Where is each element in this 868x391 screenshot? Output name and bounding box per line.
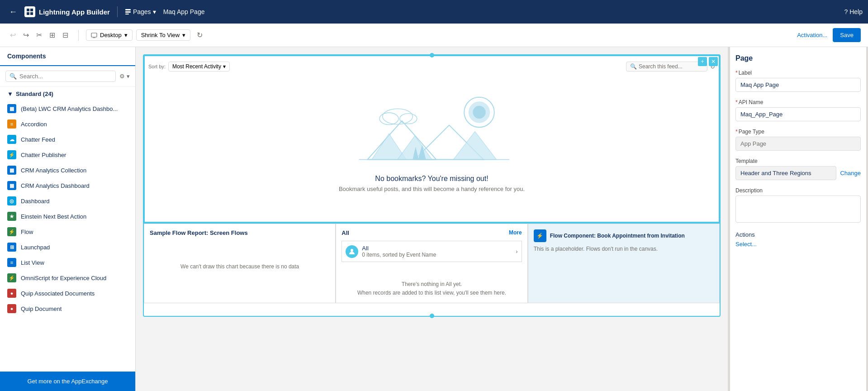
- panel2-more[interactable]: More: [509, 229, 522, 236]
- search-feed[interactable]: 🔍 Search this feed...: [626, 62, 707, 72]
- actions-field-group: Actions Select...: [735, 231, 861, 248]
- comp-icon-quip-assoc: ●: [7, 289, 16, 298]
- page-name: Maq App Page: [163, 8, 205, 15]
- panel1-title: Sample Flow Report: Screen Flows: [150, 229, 330, 236]
- comp-icon-omni: ⚡: [7, 273, 16, 282]
- list-text: All 0 items, sorted by Event Name: [362, 245, 436, 258]
- settings-button[interactable]: ⚙ ▾: [119, 73, 130, 80]
- search-input-wrap[interactable]: 🔍: [5, 71, 116, 82]
- component-item-quip-assoc[interactable]: ● Quip Associated Documents: [0, 286, 135, 301]
- chart-empty: We can't draw this chart because there i…: [150, 263, 330, 270]
- component-item[interactable]: ≡ List View: [0, 255, 135, 270]
- description-label: Description: [735, 187, 861, 194]
- save-button[interactable]: Save: [833, 28, 861, 42]
- undo-button[interactable]: ↩: [7, 28, 19, 42]
- component-item[interactable]: ▦ CRM Analytics Dashboard: [0, 178, 135, 193]
- sort-chevron: ▾: [223, 63, 226, 70]
- description-textarea[interactable]: [735, 196, 861, 223]
- component-item[interactable]: ▦ (Beta) LWC CRM Analytics Dashbo...: [0, 101, 135, 116]
- help-button[interactable]: ? Help: [844, 8, 863, 15]
- search-input[interactable]: [19, 73, 112, 80]
- component-item[interactable]: ⚡ OmniScript for Experience Cloud: [0, 270, 135, 286]
- template-row: Header and Three Regions Change: [735, 166, 861, 180]
- section-header[interactable]: ▼ Standard (24): [0, 87, 135, 101]
- panel-list-view: All More All 0 items, sorted by Event Na…: [336, 224, 527, 303]
- sidebar-resize-handle[interactable]: [728, 47, 730, 391]
- label-field-group: * Label: [735, 70, 861, 92]
- page-type-value: App Page: [735, 137, 861, 151]
- nav-separator: [117, 6, 118, 17]
- change-button[interactable]: Change: [840, 170, 861, 176]
- component-item[interactable]: ⊞ Launchpad: [0, 239, 135, 255]
- svg-rect-6: [125, 14, 129, 14]
- pages-label: Pages: [133, 8, 151, 15]
- activation-button[interactable]: Activation...: [797, 32, 827, 38]
- redo-button[interactable]: ↪: [20, 28, 32, 42]
- help-label: Help: [849, 8, 863, 15]
- left-sidebar: Components 🔍 ⚙ ▾ ▼ Standard (24) ▦ (Beta…: [0, 47, 136, 391]
- component-item[interactable]: ★ Einstein Next Best Action: [0, 209, 135, 224]
- comp-name: List View: [21, 259, 44, 266]
- api-name-input[interactable]: [735, 107, 861, 121]
- paste-button[interactable]: ⊟: [60, 28, 71, 42]
- flow-icon: ⚡: [534, 229, 546, 242]
- comp-icon-analytics: ▦: [7, 104, 16, 113]
- canvas-area: + ✕ Sort by: Most Recent Activity ▾: [136, 47, 728, 391]
- right-sidebar-title: Page: [735, 54, 861, 62]
- sort-dropdown[interactable]: Most Recent Activity ▾: [168, 62, 230, 72]
- frame-delete-button[interactable]: ✕: [709, 57, 718, 66]
- refresh-button[interactable]: ↻: [194, 28, 205, 42]
- comp-name: Chatter Feed: [21, 136, 55, 143]
- panel-flow-report: Sample Flow Report: Screen Flows We can'…: [144, 224, 336, 303]
- comp-name: Chatter Publisher: [21, 152, 66, 158]
- view-chevron: ▾: [182, 32, 185, 38]
- component-item[interactable]: ≡ Accordion: [0, 116, 135, 132]
- components-header: Components: [0, 47, 135, 66]
- view-label: Shrink To View: [141, 32, 180, 38]
- list-sub: 0 items, sorted by Event Name: [362, 252, 436, 258]
- component-item-chatter-feed[interactable]: ☁ Chatter Feed: [0, 132, 135, 147]
- toolbar-divider: [78, 30, 79, 41]
- component-item[interactable]: ▦ CRM Analytics Collection: [0, 162, 135, 178]
- app-icon: [24, 6, 35, 17]
- comp-name: Launchpad: [21, 244, 50, 251]
- cut-button[interactable]: ✂: [33, 28, 45, 42]
- comp-icon-crm-coll: ▦: [7, 166, 16, 175]
- appexchange-button[interactable]: Get more on the AppExchange: [0, 372, 135, 391]
- device-selector[interactable]: Desktop ▾: [86, 29, 133, 41]
- component-item[interactable]: ◎ Dashboard: [0, 193, 135, 209]
- empty-title: No bookmarks? You're missing out!: [375, 175, 488, 183]
- right-sidebar-resize[interactable]: [866, 47, 868, 391]
- frame-add-button[interactable]: +: [698, 57, 707, 66]
- frame-dot-bottom: [430, 314, 434, 318]
- comp-icon-flow: ⚡: [7, 227, 16, 236]
- svg-rect-1: [30, 9, 33, 11]
- section-collapse-icon: ▼: [7, 91, 13, 97]
- svg-rect-2: [27, 12, 29, 15]
- chatter-feed-section: Sort by: Most Recent Activity ▾ 🔍 Search…: [144, 55, 720, 223]
- search-bar: 🔍 ⚙ ▾: [0, 66, 135, 87]
- comp-icon-launchpad: ⊞: [7, 243, 16, 252]
- comp-name: CRM Analytics Collection: [21, 167, 86, 174]
- copy-button[interactable]: ⊞: [47, 28, 58, 42]
- search-icon: 🔍: [9, 73, 17, 80]
- component-item[interactable]: ⚡ Flow: [0, 224, 135, 239]
- list-item[interactable]: All 0 items, sorted by Event Name ›: [342, 241, 522, 262]
- pages-button[interactable]: Pages ▾: [125, 8, 156, 15]
- svg-rect-8: [93, 38, 95, 38]
- comp-icon-chatter-pub: ⚡: [7, 150, 16, 159]
- component-item[interactable]: ● Quip Document: [0, 301, 135, 316]
- actions-label: Actions: [735, 231, 861, 238]
- back-button[interactable]: ←: [5, 5, 21, 19]
- label-input[interactable]: [735, 78, 861, 92]
- page-frame: + ✕ Sort by: Most Recent Activity ▾: [143, 54, 721, 317]
- select-link[interactable]: Select...: [735, 241, 757, 248]
- pages-chevron: ▾: [153, 8, 156, 15]
- comp-icon-einstein: ★: [7, 212, 16, 221]
- list-empty: There's nothing in All yet. When records…: [342, 280, 522, 297]
- frame-controls: + ✕: [698, 57, 718, 66]
- component-item[interactable]: ⚡ Chatter Publisher: [0, 147, 135, 162]
- view-selector[interactable]: Shrink To View ▾: [136, 29, 191, 41]
- comp-name: Flow: [21, 229, 33, 235]
- svg-rect-4: [125, 9, 131, 10]
